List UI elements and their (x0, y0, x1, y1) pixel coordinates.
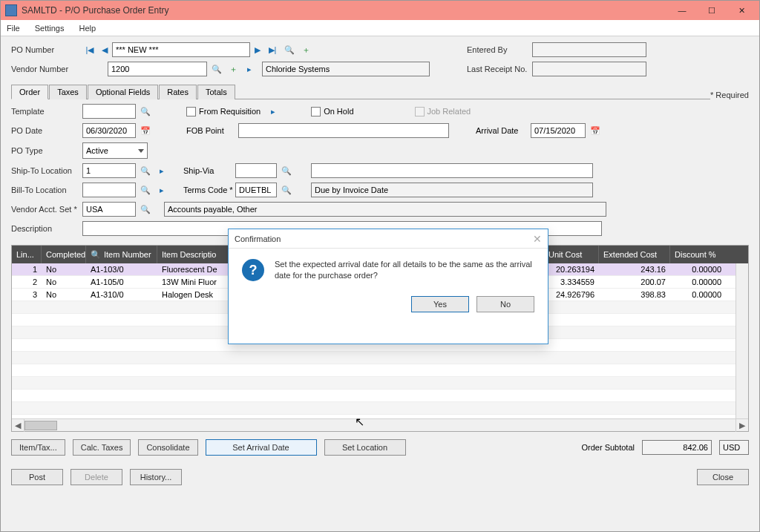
confirmation-dialog: Confirmation ✕ ? Set the expected arriva… (228, 229, 548, 344)
close-button[interactable]: Close (697, 469, 749, 485)
vendacct-label: Vendor Acct. Set * (11, 205, 82, 214)
entered-by-label: Entered By (467, 45, 532, 54)
file-menu[interactable]: File (7, 24, 20, 33)
po-date-calendar-icon[interactable]: 📅 (139, 124, 152, 137)
order-subtotal-label: Order Subtotal (581, 443, 635, 452)
on-hold-checkbox[interactable]: On Hold (311, 107, 353, 116)
shipvia-label: Ship-Via (183, 166, 235, 175)
billto-input[interactable] (82, 183, 136, 197)
close-window-button[interactable]: ✕ (727, 2, 756, 19)
vendor-number-label: Vendor Number (11, 65, 82, 73)
post-button[interactable]: Post (11, 469, 63, 485)
terms-desc-display (311, 183, 593, 197)
arrival-date-calendar-icon[interactable]: 📅 (589, 124, 602, 137)
scroll-thumb[interactable] (24, 421, 57, 430)
settings-menu[interactable]: Settings (35, 24, 65, 33)
next-record-icon[interactable]: ▶ (251, 43, 264, 56)
order-subtotal-currency (719, 440, 749, 455)
arrival-date-label: Arrival Date (476, 126, 531, 135)
minimize-button[interactable]: — (667, 2, 697, 19)
dialog-title: Confirmation (235, 234, 281, 243)
question-icon: ? (242, 259, 264, 281)
tab-totals[interactable]: Totals (197, 85, 235, 99)
table-row-empty (12, 390, 748, 402)
vendacct-input[interactable] (82, 202, 136, 217)
dialog-close-icon[interactable]: ✕ (533, 233, 542, 245)
set-arrival-date-button[interactable]: Set Arrival Date (206, 439, 317, 456)
shipto-finder-icon[interactable]: 🔍 (139, 164, 152, 177)
vendor-drill-icon[interactable]: ▸ (243, 62, 256, 76)
first-record-icon[interactable]: |◀ (83, 43, 96, 56)
shipvia-desc-input[interactable] (311, 163, 593, 178)
history-button[interactable]: History... (130, 469, 182, 485)
shipto-drill-icon[interactable]: ▸ (155, 164, 168, 177)
new-record-icon[interactable]: ＋ (299, 43, 312, 56)
last-receipt-label: Last Receipt No. (467, 65, 532, 73)
terms-input[interactable] (235, 183, 277, 197)
scroll-left-icon[interactable]: ◀ (12, 419, 24, 432)
item-tax-button[interactable]: Item/Tax... (11, 439, 65, 456)
col-line[interactable]: Lin... (12, 246, 42, 263)
shipvia-finder-icon[interactable]: 🔍 (280, 164, 293, 177)
fob-point-input[interactable] (238, 123, 449, 138)
shipvia-input[interactable] (235, 163, 277, 178)
shipto-label: Ship-To Location (11, 166, 82, 175)
search-icon: 🔍 (91, 250, 101, 260)
po-number-input[interactable] (112, 42, 250, 57)
description-label: Description (11, 224, 82, 233)
requisition-drill-icon[interactable]: ▸ (266, 105, 280, 118)
po-number-label: PO Number (11, 45, 82, 54)
order-subtotal-value (642, 440, 712, 455)
delete-button: Delete (71, 469, 122, 485)
shipto-input[interactable] (82, 163, 136, 178)
menubar: File Settings Help (1, 20, 759, 36)
tab-order[interactable]: Order (11, 85, 48, 99)
prev-record-icon[interactable]: ◀ (98, 43, 111, 56)
billto-finder-icon[interactable]: 🔍 (139, 183, 152, 197)
app-icon (5, 4, 17, 16)
dialog-message: Set the expected arrival date for all de… (275, 259, 534, 281)
col-item-number[interactable]: 🔍Item Number (86, 246, 157, 263)
table-row-empty (12, 415, 748, 418)
consolidate-button[interactable]: Consolidate (138, 439, 197, 456)
arrival-date-input[interactable] (531, 123, 586, 138)
calc-taxes-button[interactable]: Calc. Taxes (73, 439, 131, 456)
po-date-input[interactable] (82, 123, 136, 138)
vertical-scrollbar[interactable] (736, 263, 748, 418)
table-row-empty (12, 364, 748, 377)
maximize-button[interactable]: ☐ (697, 2, 727, 19)
col-completed[interactable]: Completed (42, 246, 86, 263)
help-menu[interactable]: Help (79, 24, 96, 33)
horizontal-scrollbar[interactable]: ◀ ▶ (12, 418, 748, 431)
table-row-empty (12, 352, 748, 364)
last-receipt-input (532, 62, 646, 76)
job-related-checkbox: Job Related (415, 107, 471, 116)
po-type-select[interactable]: Active (82, 142, 148, 159)
dialog-yes-button[interactable]: Yes (411, 296, 469, 312)
fob-point-label: FOB Point (186, 126, 238, 135)
col-extended-cost[interactable]: Extended Cost (599, 246, 670, 263)
set-location-button[interactable]: Set Location (324, 439, 406, 456)
template-input[interactable] (82, 104, 136, 119)
dialog-no-button[interactable]: No (476, 296, 534, 312)
po-type-label: PO Type (11, 146, 82, 155)
last-record-icon[interactable]: ▶| (266, 43, 279, 56)
vendor-new-icon[interactable]: ＋ (226, 62, 240, 76)
vendor-finder-icon[interactable]: 🔍 (210, 62, 223, 76)
col-discount-pct[interactable]: Discount % (670, 246, 726, 263)
vendacct-finder-icon[interactable]: 🔍 (139, 203, 152, 216)
from-requisition-checkbox[interactable]: From Requisition (186, 107, 261, 116)
vendor-name-display (262, 62, 430, 76)
terms-finder-icon[interactable]: 🔍 (280, 183, 293, 197)
tab-rates[interactable]: Rates (159, 85, 197, 99)
tab-optional-fields[interactable]: Optional Fields (88, 85, 158, 99)
order-tab-panel: Template 🔍 From Requisition ▸ On Hold Jo… (11, 99, 749, 242)
titlebar: SAMLTD - P/O Purchase Order Entry — ☐ ✕ (1, 1, 759, 20)
tab-taxes[interactable]: Taxes (49, 85, 87, 99)
table-row-empty (12, 377, 748, 390)
template-finder-icon[interactable]: 🔍 (139, 105, 152, 118)
billto-drill-icon[interactable]: ▸ (155, 183, 168, 197)
scroll-right-icon[interactable]: ▶ (736, 419, 748, 432)
vendor-number-input[interactable] (108, 62, 207, 76)
finder-icon[interactable]: 🔍 (283, 43, 296, 56)
